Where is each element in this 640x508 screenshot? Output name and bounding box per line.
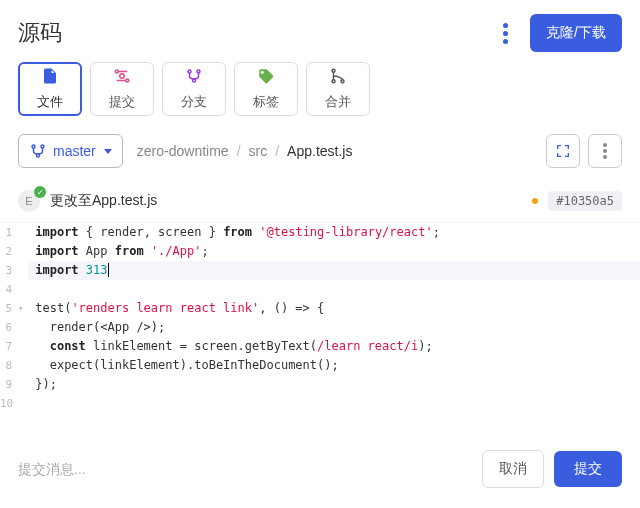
status-success-icon: ✓	[34, 186, 46, 198]
header-more-icon[interactable]	[499, 19, 512, 48]
svg-point-1	[115, 70, 118, 73]
branch-selector[interactable]: master	[18, 134, 123, 168]
tab-merge[interactable]: 合并	[306, 62, 370, 116]
tab-branches[interactable]: 分支	[162, 62, 226, 116]
svg-point-10	[41, 145, 44, 148]
fullscreen-icon	[555, 143, 571, 159]
breadcrumb-current: App.test.js	[287, 143, 352, 159]
source-tabs: 文件 提交 分支 标签 合并	[0, 62, 640, 134]
svg-point-8	[341, 80, 344, 83]
last-commit-row: E ✓ 更改至App.test.js #10350a5	[0, 180, 640, 222]
tab-files[interactable]: 文件	[18, 62, 82, 116]
breadcrumb: zero-downtime / src / App.test.js	[137, 143, 538, 159]
svg-point-4	[197, 70, 200, 73]
line-number: 5	[0, 299, 18, 318]
tag-icon	[257, 67, 275, 89]
breadcrumb-separator: /	[275, 143, 279, 159]
tab-label: 合并	[325, 93, 351, 111]
file-more-button[interactable]	[588, 134, 622, 168]
line-number: 4	[0, 280, 18, 299]
line-number: 2	[0, 242, 18, 261]
merge-icon	[329, 67, 347, 89]
line-number: 3	[0, 261, 18, 280]
svg-point-0	[120, 74, 125, 79]
line-number: 7	[0, 337, 18, 356]
commit-icon	[113, 67, 131, 89]
svg-point-3	[188, 70, 191, 73]
svg-point-6	[332, 69, 335, 72]
file-icon	[41, 67, 59, 89]
clone-download-button[interactable]: 克隆/下载	[530, 14, 622, 52]
page-title: 源码	[18, 18, 62, 48]
tab-label: 文件	[37, 93, 63, 111]
avatar-wrap: E ✓	[18, 190, 40, 212]
svg-point-9	[32, 145, 35, 148]
line-number: 6	[0, 318, 18, 337]
tab-label: 标签	[253, 93, 279, 111]
code-editor[interactable]: 1 import { render, screen } from '@testi…	[0, 222, 640, 413]
branch-small-icon	[29, 142, 47, 160]
fold-icon[interactable]: ▾	[18, 299, 28, 318]
breadcrumb-part[interactable]: zero-downtime	[137, 143, 229, 159]
commit-message-input[interactable]	[18, 461, 472, 477]
tab-tags[interactable]: 标签	[234, 62, 298, 116]
more-vert-icon	[603, 143, 607, 159]
submit-button[interactable]: 提交	[554, 451, 622, 487]
tab-label: 分支	[181, 93, 207, 111]
fullscreen-button[interactable]	[546, 134, 580, 168]
line-number: 9	[0, 375, 18, 394]
svg-point-2	[126, 79, 129, 82]
svg-point-7	[332, 80, 335, 83]
breadcrumb-separator: /	[237, 143, 241, 159]
line-number: 10	[0, 394, 18, 413]
branch-icon	[185, 67, 203, 89]
commit-hash[interactable]: #10350a5	[548, 191, 622, 211]
unsaved-indicator	[532, 198, 538, 204]
line-number: 1	[0, 223, 18, 242]
cancel-button[interactable]: 取消	[482, 450, 544, 488]
line-number: 8	[0, 356, 18, 375]
commit-message: 更改至App.test.js	[50, 192, 522, 210]
tab-commits[interactable]: 提交	[90, 62, 154, 116]
tab-label: 提交	[109, 93, 135, 111]
branch-name: master	[53, 143, 96, 159]
chevron-down-icon	[104, 149, 112, 154]
breadcrumb-part[interactable]: src	[249, 143, 268, 159]
